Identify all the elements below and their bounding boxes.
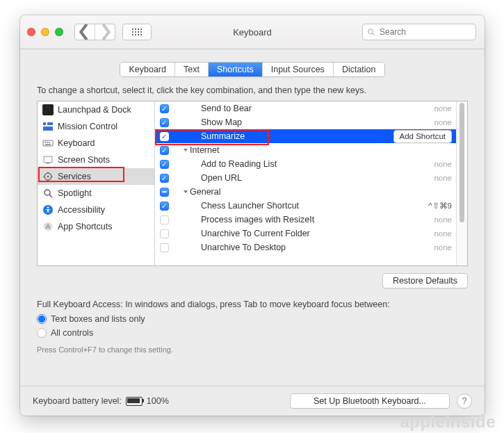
list-group[interactable]: General — [155, 185, 456, 199]
list-item-selected[interactable]: ✓ Summarize Add Shortcut — [155, 129, 456, 143]
svg-rect-8 — [49, 142, 50, 143]
sidebar-item-screen-shots[interactable]: Screen Shots — [38, 152, 154, 168]
fka-option-text-boxes[interactable]: Text boxes and lists only — [37, 312, 468, 326]
tab-shortcuts[interactable]: Shortcuts — [209, 63, 263, 76]
item-label: Add to Reading List — [201, 159, 428, 169]
sidebar-item-label: Launchpad & Dock — [58, 105, 131, 115]
accessibility-icon — [42, 204, 54, 215]
svg-rect-2 — [43, 122, 46, 125]
scrollbar-thumb[interactable] — [460, 103, 464, 222]
svg-rect-5 — [43, 140, 53, 146]
checkbox[interactable]: ✓ — [160, 132, 169, 141]
svg-rect-11 — [47, 163, 49, 164]
item-label: Send to Bear — [201, 104, 428, 113]
list-item[interactable]: Unarchive To Desktop none — [155, 240, 456, 254]
sidebar-item-label: Services — [58, 172, 91, 181]
checkbox[interactable]: ✓ — [160, 118, 169, 127]
svg-line-1 — [373, 33, 375, 35]
tab-input-sources[interactable]: Input Sources — [263, 63, 334, 76]
sidebar-item-mission-control[interactable]: Mission Control — [38, 118, 154, 135]
tab-dictation[interactable]: Dictation — [334, 63, 384, 76]
close-window-button[interactable] — [27, 28, 35, 36]
instructions-text: To change a shortcut, select it, click t… — [37, 85, 468, 95]
radio-button[interactable] — [37, 314, 47, 324]
svg-line-19 — [49, 195, 52, 197]
help-button[interactable]: ? — [457, 393, 472, 409]
add-shortcut-button[interactable]: Add Shortcut — [393, 130, 452, 143]
radio-label: All controls — [51, 328, 93, 338]
preferences-window: Keyboard Keyboard Text Shortcuts Input S… — [20, 15, 485, 416]
app-shortcuts-icon: A — [42, 221, 54, 232]
sidebar-item-accessibility[interactable]: Accessibility — [38, 202, 154, 218]
radio-label: Text boxes and lists only — [51, 314, 145, 324]
checkbox[interactable]: ✓ — [160, 202, 169, 211]
disclosure-triangle-icon[interactable] — [183, 147, 188, 153]
item-shortcut: ^⇧⌘9 — [428, 201, 452, 211]
search-field[interactable] — [362, 24, 476, 40]
battery-label: Keyboard battery level: — [33, 396, 122, 406]
item-shortcut: none — [428, 243, 452, 252]
checkbox[interactable] — [160, 243, 169, 252]
tab-keyboard[interactable]: Keyboard — [120, 63, 175, 76]
sidebar-item-label: App Shortcuts — [58, 222, 113, 231]
forward-button[interactable] — [95, 24, 115, 40]
item-shortcut: none — [428, 104, 452, 113]
disclosure-triangle-icon[interactable] — [183, 189, 188, 195]
group-label: Internet — [190, 145, 452, 155]
fka-heading: Full Keyboard Access: In windows and dia… — [37, 300, 468, 309]
list-item[interactable]: Unarchive To Current Folder none — [155, 227, 456, 240]
fka-option-all-controls[interactable]: All controls — [37, 326, 468, 340]
bluetooth-keyboard-button[interactable]: Set Up Bluetooth Keyboard... — [290, 393, 450, 409]
list-item[interactable]: ✓ Add to Reading List none — [155, 157, 456, 171]
search-input[interactable] — [378, 26, 485, 38]
checkbox[interactable] — [160, 215, 169, 224]
sidebar-item-keyboard[interactable]: Keyboard — [38, 135, 154, 152]
sidebar-item-app-shortcuts[interactable]: A App Shortcuts — [38, 218, 154, 235]
minimize-window-button[interactable] — [41, 28, 49, 36]
scrollbar[interactable] — [456, 101, 467, 265]
item-label: Process images with ResizeIt — [201, 215, 428, 224]
sidebar-item-label: Spotlight — [58, 188, 92, 198]
sidebar-item-label: Keyboard — [58, 138, 95, 148]
category-sidebar: Launchpad & Dock Mission Control Keyboar… — [38, 101, 155, 265]
list-group[interactable]: ✓ Internet — [155, 143, 456, 157]
tab-text[interactable]: Text — [175, 63, 209, 76]
checkbox[interactable]: ✓ — [160, 104, 169, 113]
battery-level: 100% — [147, 396, 169, 406]
svg-point-21 — [47, 206, 49, 209]
checkbox-mixed[interactable] — [160, 188, 169, 197]
back-button[interactable] — [75, 24, 95, 40]
item-label: Unarchive To Desktop — [201, 243, 428, 252]
shortcuts-list: ✓ Send to Bear none ✓ Show Map none — [155, 101, 467, 265]
radio-button[interactable] — [37, 328, 47, 338]
item-label: Unarchive To Current Folder — [201, 229, 428, 238]
sidebar-item-launchpad[interactable]: Launchpad & Dock — [38, 101, 154, 118]
show-all-button[interactable] — [122, 24, 152, 40]
list-item[interactable]: ✓ Open URL none — [155, 171, 456, 185]
list-item[interactable]: ✓ Show Map none — [155, 115, 456, 129]
list-item[interactable]: ✓ Chess Launcher Shortcut ^⇧⌘9 — [155, 199, 456, 213]
mission-control-icon — [42, 121, 54, 132]
checkbox[interactable]: ✓ — [160, 160, 169, 169]
list-item[interactable]: Process images with ResizeIt none — [155, 213, 456, 227]
sidebar-item-spotlight[interactable]: Spotlight — [38, 185, 154, 202]
grid-icon — [132, 28, 142, 35]
checkbox[interactable]: ✓ — [160, 146, 169, 155]
full-keyboard-access-section: Full Keyboard Access: In windows and dia… — [37, 300, 468, 354]
item-label: Chess Launcher Shortcut — [201, 201, 428, 211]
group-label: General — [190, 187, 452, 197]
list-item[interactable]: ✓ Send to Bear none — [155, 101, 456, 115]
services-icon — [42, 171, 54, 182]
item-shortcut: none — [428, 229, 452, 238]
svg-text:A: A — [46, 223, 50, 230]
sidebar-item-services[interactable]: Services — [38, 168, 154, 185]
svg-rect-3 — [47, 122, 53, 125]
checkbox[interactable]: ✓ — [160, 174, 169, 183]
restore-defaults-button[interactable]: Restore Defaults — [382, 273, 468, 288]
svg-rect-10 — [44, 156, 52, 163]
item-label: Summarize — [201, 131, 393, 141]
checkbox[interactable] — [160, 229, 169, 238]
item-shortcut: none — [428, 215, 452, 224]
svg-rect-6 — [44, 142, 46, 143]
zoom-window-button[interactable] — [55, 28, 63, 36]
